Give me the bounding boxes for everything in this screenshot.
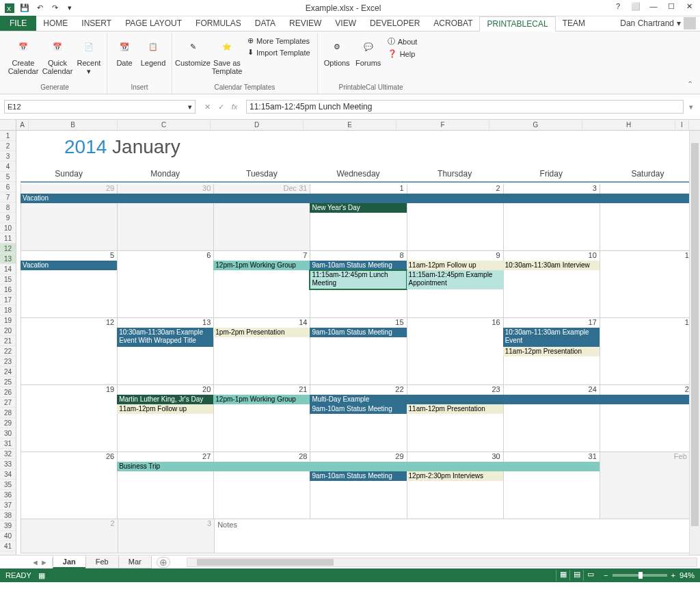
col-E[interactable]: E — [304, 120, 396, 130]
vertical-scrollbar[interactable] — [689, 131, 700, 555]
slider-knob[interactable] — [638, 572, 643, 579]
row-25[interactable]: 25 — [0, 377, 16, 387]
row-4[interactable]: 4 — [0, 161, 16, 172]
row-8[interactable]: 8 — [0, 202, 16, 213]
calendar-event[interactable]: 9am-10am Status Meeting — [310, 328, 406, 337]
row-32[interactable]: 32 — [0, 449, 16, 459]
expand-formula-icon[interactable]: ▾ — [686, 103, 696, 112]
sheet-tab-feb[interactable]: Feb — [85, 556, 119, 568]
prev-sheet-icon[interactable]: ◄ — [31, 558, 39, 566]
zoom-level[interactable]: 94% — [679, 571, 695, 579]
day-cell[interactable]: 2 — [21, 519, 118, 553]
calendar-event[interactable]: Business Trip — [117, 462, 600, 471]
row-11[interactable]: 11 — [0, 233, 16, 244]
row-2[interactable]: 2 — [0, 141, 16, 151]
calendar-event[interactable]: Multi-Day Example — [310, 395, 696, 404]
qat-more-icon[interactable]: ▾ — [63, 1, 77, 15]
col-B[interactable]: B — [29, 120, 118, 130]
row-24[interactable]: 24 — [0, 367, 16, 377]
row-18[interactable]: 18 — [0, 305, 16, 315]
calendar-event[interactable]: 10:30am-11:30am Interview — [503, 261, 600, 270]
tab-team[interactable]: TEAM — [556, 16, 592, 31]
calendar-event[interactable]: 1pm-2pm Presentation — [213, 328, 310, 337]
row-26[interactable]: 26 — [0, 387, 16, 397]
row-14[interactable]: 14 — [0, 264, 16, 274]
fx-icon[interactable]: fx — [228, 103, 241, 112]
tab-acrobat[interactable]: ACROBAT — [427, 16, 479, 31]
row-16[interactable]: 16 — [0, 285, 16, 295]
forums-button[interactable]: 💬Forums — [353, 34, 383, 82]
day-cell[interactable]: 6 — [117, 251, 213, 317]
row-28[interactable]: 28 — [0, 408, 16, 418]
undo-icon[interactable]: ↶ — [33, 1, 46, 15]
col-I[interactable]: I — [675, 120, 689, 130]
row-31[interactable]: 31 — [0, 439, 16, 449]
options-button[interactable]: ⚙Options — [322, 34, 352, 82]
name-box[interactable]: E12▾ — [4, 100, 196, 114]
tab-printablecal[interactable]: PRINTABLECAL — [479, 16, 555, 31]
tab-developer[interactable]: DEVELOPER — [363, 16, 427, 31]
day-cell[interactable] — [311, 519, 407, 553]
horizontal-scrollbar[interactable] — [187, 558, 697, 567]
row-13[interactable]: 13 — [0, 254, 16, 264]
row-22[interactable]: 22 — [0, 346, 16, 356]
row-39[interactable]: 39 — [0, 521, 16, 531]
row-7[interactable]: 7 — [0, 192, 16, 202]
day-cell[interactable]: 26 — [21, 452, 117, 519]
col-F[interactable]: F — [396, 120, 489, 130]
calendar-event[interactable]: 10:30am-11:30am Example Event — [503, 328, 600, 347]
row-38[interactable]: 38 — [0, 510, 16, 521]
customize-button[interactable]: ✎Customize — [176, 34, 209, 82]
user-account[interactable]: Dan Chartrand ▾ — [616, 16, 700, 31]
tab-view[interactable]: VIEW — [328, 16, 363, 31]
tab-review[interactable]: REVIEW — [282, 16, 328, 31]
file-tab[interactable]: FILE — [0, 16, 36, 31]
close-icon[interactable]: ✕ — [681, 2, 697, 14]
row-30[interactable]: 30 — [0, 428, 16, 439]
row-1[interactable]: 1 — [0, 131, 16, 141]
day-cell[interactable]: 3 — [118, 519, 215, 553]
col-H[interactable]: H — [582, 120, 675, 130]
calendar-event[interactable]: Vacation — [21, 194, 696, 203]
sheet-tab-mar[interactable]: Mar — [118, 556, 152, 568]
col-G[interactable]: G — [489, 120, 582, 130]
col-A[interactable]: A — [16, 120, 29, 130]
row-41[interactable]: 41 — [0, 541, 16, 551]
calendar-event[interactable]: 9am-10am Status Meeting — [310, 261, 406, 270]
calendar-event[interactable]: 11:15am-12:45pm Example Appointment — [407, 270, 503, 289]
row-6[interactable]: 6 — [0, 182, 16, 192]
save-as-template-button[interactable]: ⭐Save as Template — [211, 34, 243, 82]
row-20[interactable]: 20 — [0, 326, 16, 336]
calendar-event[interactable]: 11am-12pm Presentation — [407, 404, 503, 414]
scroll-thumb[interactable] — [691, 143, 699, 526]
next-sheet-icon[interactable]: ► — [40, 558, 48, 566]
scroll-thumb[interactable] — [197, 559, 334, 566]
calendar-event[interactable]: 11am-12pm Presentation — [503, 347, 600, 356]
tab-insert[interactable]: INSERT — [75, 16, 118, 31]
minimize-icon[interactable]: — — [645, 2, 662, 14]
create-calendar-button[interactable]: 📅Create Calendar — [7, 34, 40, 82]
row-3[interactable]: 3 — [0, 151, 16, 161]
day-cell[interactable] — [407, 519, 503, 553]
row-34[interactable]: 34 — [0, 469, 16, 480]
calendar-event[interactable]: 12pm-1pm Working Group — [213, 261, 310, 270]
worksheet[interactable]: 2014 January SundayMondayTuesdayWednesda… — [16, 131, 700, 555]
day-cell[interactable]: 12 — [21, 318, 117, 384]
tab-home[interactable]: HOME — [36, 16, 75, 31]
calendar-event[interactable]: New Year's Day — [310, 203, 406, 213]
date-button[interactable]: 📆Date — [111, 34, 137, 82]
tab-data[interactable]: DATA — [248, 16, 282, 31]
calendar-event[interactable]: 9am-10am Status Meeting — [310, 471, 406, 481]
row-35[interactable]: 35 — [0, 480, 16, 490]
macro-icon[interactable]: ▦ — [38, 571, 45, 580]
help-icon[interactable]: ? — [610, 2, 626, 14]
row-40[interactable]: 40 — [0, 531, 16, 541]
page-break-icon[interactable]: ▭ — [583, 570, 597, 581]
calendar-event[interactable]: 11am-12pm Follow up — [407, 261, 503, 270]
zoom-in-icon[interactable]: + — [671, 571, 675, 579]
import-template-button[interactable]: ⬇Import Template — [245, 47, 313, 57]
row-23[interactable]: 23 — [0, 356, 16, 367]
maximize-icon[interactable]: ☐ — [663, 2, 679, 14]
col-C[interactable]: C — [118, 120, 211, 130]
day-cell[interactable]: 18 — [600, 318, 696, 384]
